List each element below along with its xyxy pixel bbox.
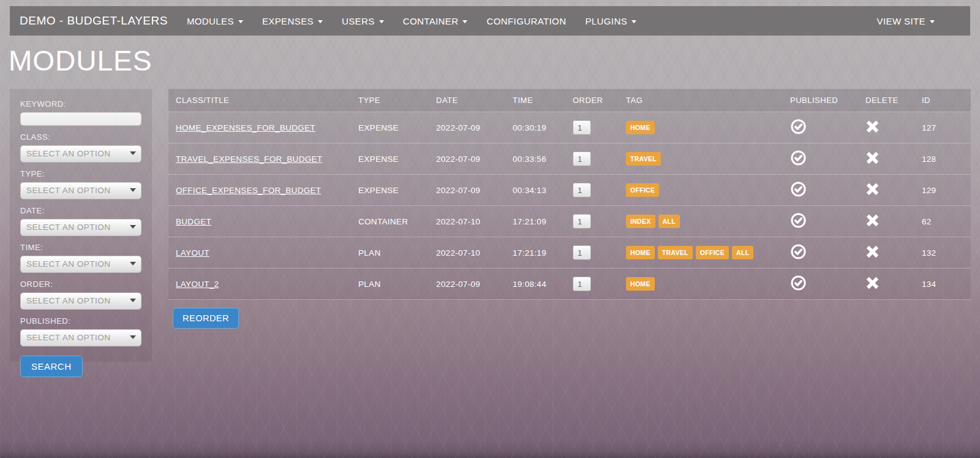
reorder-button[interactable]: REORDER <box>173 308 239 329</box>
module-date: 2022-07-09 <box>436 186 480 195</box>
cell-delete <box>858 245 914 261</box>
filter-field-class: CLASS:SELECT AN OPTION <box>20 132 141 162</box>
select-arrow-icon <box>130 188 136 192</box>
cell-date: 2022-07-09 <box>429 155 505 164</box>
order-input[interactable] <box>573 183 591 197</box>
cell-delete <box>858 182 914 198</box>
caret-down-icon <box>462 20 467 23</box>
nav-item-label: MODULES <box>187 16 234 26</box>
delete-x-icon <box>865 151 880 167</box>
nav-menu: MODULESEXPENSESUSERSCONTAINERCONFIGURATI… <box>187 16 636 26</box>
delete-x-icon <box>865 213 880 229</box>
order-select[interactable]: SELECT AN OPTION <box>20 292 141 310</box>
order-input[interactable] <box>573 245 591 260</box>
order-input[interactable] <box>573 214 591 229</box>
caret-down-icon <box>379 20 384 23</box>
module-title-link[interactable]: BUDGET <box>176 217 211 226</box>
delete-button[interactable] <box>865 151 880 167</box>
order-input[interactable] <box>573 151 591 166</box>
date-select[interactable]: SELECT AN OPTION <box>20 219 141 236</box>
cell-tags: HOMETRAVELOFFICEALL <box>619 246 783 259</box>
module-id: 129 <box>922 186 936 195</box>
tag-badge: HOME <box>626 121 655 134</box>
published-toggle[interactable] <box>790 212 807 231</box>
table-row: OFFICE_EXPENSES_FOR_BUDGETEXPENSE2022-07… <box>168 175 971 206</box>
module-date: 2022-07-09 <box>436 123 480 132</box>
cell-tags: HOME <box>619 277 783 291</box>
cell-class-title: HOME_EXPENSES_FOR_BUDGET <box>168 123 351 132</box>
published-check-icon <box>790 181 807 199</box>
module-title-link[interactable]: LAYOUT_2 <box>176 280 219 289</box>
published-toggle[interactable] <box>790 243 807 262</box>
module-title-link[interactable]: TRAVEL_EXPENSES_FOR_BUDGET <box>176 155 322 164</box>
order-input[interactable] <box>573 120 591 135</box>
filter-fields: KEYWORD:CLASS:SELECT AN OPTIONTYPE:SELEC… <box>20 99 141 346</box>
cell-date: 2022-07-09 <box>429 123 505 132</box>
nav-item-label: USERS <box>342 16 375 26</box>
nav-item-plugins[interactable]: PLUGINS <box>585 16 636 26</box>
cell-id: 132 <box>914 248 971 258</box>
select-arrow-icon <box>130 151 136 155</box>
nav-item-modules[interactable]: MODULES <box>187 16 243 26</box>
column-header-order: ORDER <box>565 96 619 105</box>
cell-date: 2022-07-09 <box>429 280 505 289</box>
tag-badge: TRAVEL <box>658 246 693 259</box>
delete-button[interactable] <box>865 276 880 292</box>
cell-type: CONTAINER <box>351 217 429 226</box>
delete-button[interactable] <box>865 213 880 229</box>
table-row: BUDGETCONTAINER2022-07-1017:21:09INDEXAL… <box>168 206 971 237</box>
cell-tags: OFFICE <box>619 183 783 197</box>
delete-button[interactable] <box>865 245 880 261</box>
selected-option-label: SELECT AN OPTION <box>20 292 141 310</box>
nav-item-container[interactable]: CONTAINER <box>403 16 468 26</box>
cell-published <box>783 212 858 231</box>
tag-badge: HOME <box>626 246 655 259</box>
cell-tags: HOME <box>619 121 783 134</box>
selected-option-label: SELECT AN OPTION <box>20 256 141 273</box>
nav-item-configuration[interactable]: CONFIGURATION <box>486 16 566 26</box>
search-button[interactable]: SEARCH <box>20 356 83 377</box>
module-title-link[interactable]: OFFICE_EXPENSES_FOR_BUDGET <box>176 186 321 195</box>
nav-item-view-site[interactable]: VIEW SITE <box>877 16 935 26</box>
cell-delete <box>858 276 914 292</box>
brand-title[interactable]: DEMO - BUDGET-LAYERS <box>20 14 168 28</box>
delete-x-icon <box>865 182 880 198</box>
published-toggle[interactable] <box>790 275 807 293</box>
filter-field-type: TYPE:SELECT AN OPTION <box>20 169 141 199</box>
module-type: CONTAINER <box>358 217 408 226</box>
select-arrow-icon <box>130 335 136 339</box>
module-type: EXPENSE <box>358 155 399 164</box>
type-select[interactable]: SELECT AN OPTION <box>20 182 141 199</box>
delete-x-icon <box>865 245 880 261</box>
nav-item-users[interactable]: USERS <box>342 16 384 26</box>
tag-badge: OFFICE <box>626 183 659 197</box>
cell-date: 2022-07-10 <box>429 217 505 226</box>
selected-option-label: SELECT AN OPTION <box>20 329 141 346</box>
cell-order <box>565 214 619 229</box>
published-select[interactable]: SELECT AN OPTION <box>20 329 141 346</box>
cell-type: EXPENSE <box>351 123 429 132</box>
nav-item-expenses[interactable]: EXPENSES <box>262 16 323 26</box>
cell-type: EXPENSE <box>351 186 429 195</box>
column-header-delete: DELETE <box>858 96 914 105</box>
keyword-input[interactable] <box>20 112 141 126</box>
cell-order <box>565 277 619 291</box>
cell-id: 129 <box>914 186 971 195</box>
module-type: EXPENSE <box>358 186 399 195</box>
time-select[interactable]: SELECT AN OPTION <box>20 256 141 273</box>
published-toggle[interactable] <box>790 181 807 199</box>
cell-order <box>565 120 619 135</box>
order-input[interactable] <box>573 277 591 291</box>
class-select[interactable]: SELECT AN OPTION <box>20 145 141 162</box>
filter-field-published: PUBLISHED:SELECT AN OPTION <box>20 316 141 346</box>
published-toggle[interactable] <box>790 118 807 137</box>
selected-option-label: SELECT AN OPTION <box>20 145 141 162</box>
filter-label-order: ORDER: <box>20 280 141 289</box>
cell-id: 127 <box>914 123 971 132</box>
delete-button[interactable] <box>865 182 880 198</box>
nav-item-label: VIEW SITE <box>877 16 925 26</box>
module-title-link[interactable]: HOME_EXPENSES_FOR_BUDGET <box>176 123 315 132</box>
delete-button[interactable] <box>865 120 880 135</box>
published-toggle[interactable] <box>790 150 807 168</box>
module-title-link[interactable]: LAYOUT <box>176 248 209 258</box>
